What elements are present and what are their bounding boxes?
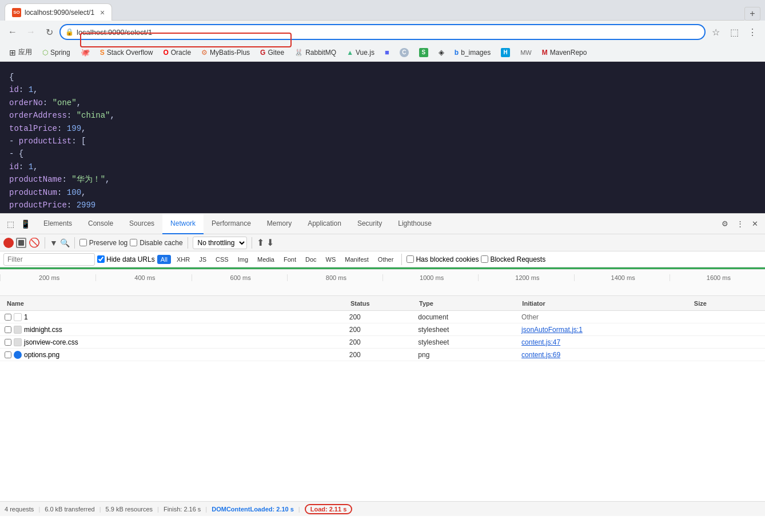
filter-manifest-button[interactable]: Manifest bbox=[341, 255, 372, 264]
tab-bar: SO localhost:9090/select/1 × + bbox=[0, 0, 765, 21]
preserve-log-label[interactable]: Preserve log bbox=[79, 239, 128, 247]
tab-application[interactable]: Application bbox=[300, 214, 349, 234]
row-status: 200 bbox=[349, 326, 419, 334]
table-row[interactable]: jsonview-core.css 200 stylesheet content… bbox=[0, 336, 765, 349]
throttle-select[interactable]: No throttling bbox=[193, 237, 247, 249]
hide-data-urls-checkbox[interactable] bbox=[97, 255, 105, 263]
initiator-link[interactable]: content.js:47 bbox=[521, 338, 560, 346]
export-har-button[interactable]: ⬇ bbox=[266, 237, 274, 248]
devtools-more-button[interactable]: ⋮ bbox=[733, 217, 747, 231]
tab-elements[interactable]: Elements bbox=[35, 214, 80, 234]
stop-recording-button[interactable] bbox=[16, 238, 26, 248]
bookmark-github[interactable]: 🐙 bbox=[76, 46, 94, 59]
bookmark-stackoverflow[interactable]: S Stack Overflow bbox=[95, 46, 158, 59]
filter-css-button[interactable]: CSS bbox=[212, 255, 232, 264]
bookmark-mavenrepo[interactable]: M MavenRepo bbox=[537, 46, 592, 59]
bookmark-b[interactable]: ◈ bbox=[434, 46, 449, 59]
mw-icon: MW bbox=[520, 49, 532, 56]
json-line: productNum: 100, bbox=[9, 186, 756, 199]
filter-media-button[interactable]: Media bbox=[254, 255, 278, 264]
forward-button[interactable]: → bbox=[23, 24, 39, 40]
table-header: Name Status Type Initiator Size bbox=[0, 296, 765, 311]
preserve-log-checkbox[interactable] bbox=[79, 239, 87, 246]
filter-img-button[interactable]: Img bbox=[234, 255, 252, 264]
extensions-button[interactable]: ⬚ bbox=[726, 24, 742, 40]
disable-cache-checkbox[interactable] bbox=[130, 239, 137, 246]
blocked-requests-label[interactable]: Blocked Requests bbox=[481, 255, 545, 263]
bookmark-gitee[interactable]: G Gitee bbox=[256, 46, 289, 59]
blocked-requests-checkbox[interactable] bbox=[481, 255, 488, 263]
tab-close-button[interactable]: × bbox=[100, 8, 105, 17]
tab-memory[interactable]: Memory bbox=[259, 214, 300, 234]
tab-performance[interactable]: Performance bbox=[204, 214, 259, 234]
bookmark-label: b_images bbox=[461, 49, 491, 57]
filter-icon-button[interactable]: ▼ bbox=[50, 238, 58, 247]
tab-lighthouse[interactable]: Lighthouse bbox=[390, 214, 440, 234]
import-har-button[interactable]: ⬆ bbox=[257, 237, 264, 248]
bookmark-s[interactable]: S bbox=[415, 46, 433, 59]
table-row[interactable]: midnight.css 200 stylesheet jsonAutoForm… bbox=[0, 323, 765, 336]
bookmark-c[interactable]: C bbox=[395, 46, 413, 59]
hide-data-urls-label[interactable]: Hide data URLs bbox=[97, 255, 155, 263]
new-tab-button[interactable]: + bbox=[744, 7, 760, 21]
filter-input[interactable] bbox=[3, 253, 95, 266]
row-checkbox[interactable] bbox=[5, 314, 11, 321]
menu-button[interactable]: ⋮ bbox=[744, 24, 760, 40]
row-checkbox[interactable] bbox=[5, 326, 11, 333]
filter-all-button[interactable]: All bbox=[157, 255, 171, 264]
network-table[interactable]: Name Status Type Initiator Size 1 200 do… bbox=[0, 296, 765, 501]
s-icon: S bbox=[419, 48, 428, 57]
vue-icon: ▲ bbox=[346, 49, 353, 57]
has-blocked-cookies-label[interactable]: Has blocked cookies bbox=[407, 255, 479, 263]
bookmark-spring[interactable]: ⬡ Spring bbox=[38, 46, 75, 59]
tab-security[interactable]: Security bbox=[349, 214, 390, 234]
inspect-element-button[interactable]: ⬚ bbox=[3, 217, 17, 231]
disable-cache-label[interactable]: Disable cache bbox=[130, 239, 182, 247]
devtools-settings-button[interactable]: ⚙ bbox=[718, 217, 732, 231]
record-button[interactable] bbox=[3, 238, 14, 248]
bookmark-mybatis[interactable]: ⚙ MyBatis-Plus bbox=[197, 46, 254, 59]
device-toolbar-button[interactable]: 📱 bbox=[18, 217, 32, 231]
bookmark-apps[interactable]: ⊞ 应用 bbox=[5, 46, 37, 59]
bookmark-mw[interactable]: MW bbox=[516, 46, 536, 59]
filter-xhr-button[interactable]: XHR bbox=[173, 255, 193, 264]
search-network-button[interactable]: 🔍 bbox=[60, 238, 70, 247]
col-header-type: Type bbox=[419, 300, 522, 307]
address-bar-wrapper: 🔒 bbox=[59, 24, 706, 40]
bookmark-vuejs[interactable]: ▲ Vue.js bbox=[342, 46, 379, 59]
filter-ws-button[interactable]: WS bbox=[322, 255, 340, 264]
tab-sources[interactable]: Sources bbox=[121, 214, 162, 234]
back-button[interactable]: ← bbox=[5, 24, 21, 40]
address-input[interactable] bbox=[59, 24, 706, 40]
initiator-link[interactable]: jsonAutoFormat.js:1 bbox=[521, 326, 583, 334]
github-icon: 🐙 bbox=[81, 48, 90, 57]
bookmark-rabbitmq[interactable]: 🐰 RabbitMQ bbox=[290, 46, 341, 59]
clear-network-log-button[interactable]: 🚫 bbox=[29, 237, 40, 248]
dom-content-loaded: DOMContentLoaded: 2.10 s bbox=[212, 506, 294, 513]
row-checkbox[interactable] bbox=[5, 339, 11, 346]
col-header-status: Status bbox=[350, 300, 419, 307]
tab-console[interactable]: Console bbox=[80, 214, 121, 234]
bookmark-oracle[interactable]: O Oracle bbox=[158, 46, 196, 59]
load-time: Load: 2.11 s bbox=[305, 504, 353, 514]
filter-font-button[interactable]: Font bbox=[280, 255, 300, 264]
reload-button[interactable]: ↻ bbox=[41, 24, 57, 40]
bookmark-bimages[interactable]: b b_images bbox=[450, 46, 495, 59]
table-row[interactable]: 1 200 document Other bbox=[0, 311, 765, 323]
filter-js-button[interactable]: JS bbox=[196, 255, 210, 264]
star-button[interactable]: ☆ bbox=[708, 24, 724, 40]
devtools-close-button[interactable]: ✕ bbox=[748, 217, 762, 231]
has-blocked-cookies-checkbox[interactable] bbox=[407, 255, 414, 263]
bookmark-discord[interactable]: ■ bbox=[380, 46, 394, 59]
devtools-panel: ⬚ 📱 Elements Console Sources Network Per… bbox=[0, 213, 765, 516]
table-row[interactable]: options.png 200 png content.js:69 bbox=[0, 349, 765, 361]
initiator-link[interactable]: content.js:69 bbox=[521, 351, 560, 359]
filter-other-button[interactable]: Other bbox=[374, 255, 397, 264]
row-checkbox[interactable] bbox=[5, 351, 11, 358]
bookmark-h[interactable]: H bbox=[496, 46, 515, 59]
tab-network[interactable]: Network bbox=[162, 214, 204, 234]
row-name: options.png bbox=[24, 351, 59, 359]
browser-tab[interactable]: SO localhost:9090/select/1 × bbox=[5, 3, 112, 21]
row-initiator: content.js:69 bbox=[521, 351, 694, 359]
filter-doc-button[interactable]: Doc bbox=[302, 255, 320, 264]
